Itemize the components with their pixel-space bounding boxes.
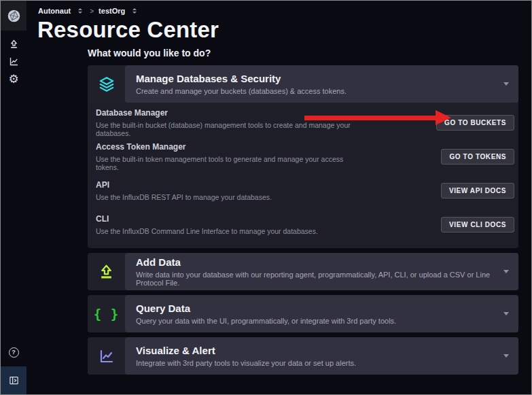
sidebar-nav: ⚙: [1, 35, 26, 88]
row-text: CLI Use the InfluxDB Command Line Interf…: [96, 214, 441, 235]
section-body-manage-databases: Database Manager Use the built-in bucket…: [88, 103, 518, 248]
sidebar: ⚙ ?: [1, 1, 26, 394]
upload-icon: [9, 39, 19, 49]
row-cli: CLI Use the InfluxDB Command Line Interf…: [88, 207, 518, 241]
chevron-down-icon[interactable]: [503, 354, 509, 358]
page-title: Resource Center: [37, 17, 531, 43]
section-query-data: { } Query Data Query your data with the …: [88, 295, 518, 332]
chevron-down-icon[interactable]: [503, 82, 509, 86]
row-description: Use the built-in token management tools …: [96, 155, 359, 171]
breadcrumb: Autonaut > testOrg: [26, 1, 531, 15]
view-cli-docs-button[interactable]: VIEW CLI DOCS: [441, 217, 514, 233]
resource-panel: Manage Databases & Security Create and m…: [88, 65, 518, 375]
section-title: Manage Databases & Security: [136, 73, 503, 84]
chevron-right-icon: >: [90, 7, 94, 15]
breadcrumb-project[interactable]: testOrg: [99, 7, 125, 15]
line-chart-icon: [9, 56, 19, 67]
upload-icon: [88, 253, 125, 290]
view-api-docs-button[interactable]: VIEW API DOCS: [441, 183, 514, 199]
sidebar-item-help[interactable]: ?: [1, 343, 26, 361]
breadcrumb-org[interactable]: Autonaut: [38, 7, 71, 15]
chevron-down-icon[interactable]: [503, 312, 509, 315]
section-add-data: Add Data Write data into your database w…: [88, 253, 518, 290]
section-strip: Manage Databases & Security Create and m…: [125, 65, 518, 103]
section-strip-text: Add Data Write data into your database w…: [136, 256, 503, 287]
section-description: Write data into your database with our r…: [136, 271, 503, 287]
section-strip-text: Query Data Query your data with the UI, …: [136, 303, 503, 325]
section-header-add-data[interactable]: Add Data Write data into your database w…: [88, 253, 518, 290]
section-header-query-data[interactable]: { } Query Data Query your data with the …: [88, 295, 518, 332]
logo-icon: [7, 9, 21, 23]
section-visualize-alert: Visualize & Alert Integrate with 3rd par…: [88, 337, 518, 375]
section-manage-databases: Manage Databases & Security Create and m…: [88, 65, 518, 248]
section-description: Query your data with the UI, programmati…: [136, 317, 503, 325]
section-title: Query Data: [136, 303, 503, 314]
layers-icon: [88, 65, 125, 103]
section-strip-text: Manage Databases & Security Create and m…: [136, 73, 503, 95]
row-text: API Use the InfluxDB REST API to manage …: [96, 180, 441, 201]
project-select-caret-icon[interactable]: [132, 8, 137, 14]
section-title: Add Data: [136, 256, 503, 268]
help-icon: ?: [9, 347, 19, 358]
main-content: Autonaut > testOrg Resource Center What …: [26, 1, 531, 394]
go-to-tokens-button[interactable]: GO TO TOKENS: [441, 149, 514, 165]
section-strip-text: Visualize & Alert Integrate with 3rd par…: [136, 345, 503, 367]
section-description: Create and manage your buckets (database…: [136, 87, 503, 95]
row-description: Use the built-in bucket (database) manag…: [96, 121, 355, 137]
app-window: ⚙ ? Autonaut > testOrg Resource Center: [0, 0, 532, 395]
row-title: CLI: [96, 214, 359, 224]
help-glyph: ?: [12, 349, 16, 356]
gear-icon: ⚙: [8, 73, 18, 85]
row-api: API Use the InfluxDB REST API to manage …: [88, 173, 518, 207]
sidebar-item-expand[interactable]: [1, 366, 26, 394]
section-description: Integrate with 3rd party tools to visual…: [136, 359, 503, 367]
row-description: Use the InfluxDB REST API to manage your…: [96, 193, 359, 201]
row-title: Database Manager: [96, 108, 355, 118]
row-title: Access Token Manager: [96, 142, 359, 152]
row-database-manager: Database Manager Use the built-in bucket…: [88, 105, 518, 139]
section-strip: Visualize & Alert Integrate with 3rd par…: [125, 337, 518, 375]
page-subtitle: What would you like to do?: [88, 48, 531, 58]
section-header-visualize-alert[interactable]: Visualize & Alert Integrate with 3rd par…: [88, 337, 518, 375]
row-text: Database Manager Use the built-in bucket…: [96, 108, 436, 137]
go-to-buckets-button[interactable]: GO TO BUCKETS: [436, 115, 514, 131]
braces-glyph: { }: [94, 307, 119, 322]
row-description: Use the InfluxDB Command Line Interface …: [96, 227, 359, 235]
sidebar-item-data-explorer[interactable]: [1, 52, 26, 70]
row-access-token-manager: Access Token Manager Use the built-in to…: [88, 139, 518, 173]
chevron-down-icon[interactable]: [503, 270, 509, 273]
braces-icon: { }: [88, 295, 125, 332]
section-header-manage-databases[interactable]: Manage Databases & Security Create and m…: [88, 65, 518, 103]
row-title: API: [96, 180, 359, 190]
section-strip: Query Data Query your data with the UI, …: [125, 295, 518, 332]
expand-sidebar-icon: [9, 375, 19, 385]
sidebar-item-settings[interactable]: ⚙: [1, 70, 26, 88]
section-strip: Add Data Write data into your database w…: [125, 253, 518, 290]
org-select-caret-icon[interactable]: [78, 8, 82, 14]
row-text: Access Token Manager Use the built-in to…: [96, 142, 441, 171]
chart-icon: [88, 337, 125, 375]
influxdb-logo[interactable]: [1, 1, 26, 31]
section-title: Visualize & Alert: [136, 345, 503, 356]
sidebar-item-load-data[interactable]: [1, 35, 26, 52]
